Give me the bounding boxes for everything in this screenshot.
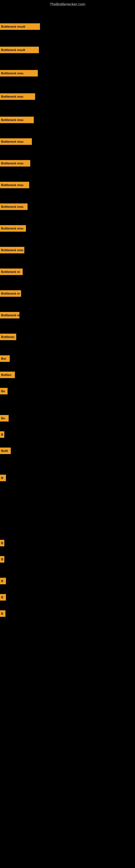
bottleneck-bar-20: B: [0, 431, 4, 438]
bar-row-16: Bot: [0, 355, 10, 362]
bar-row-19: Bo: [0, 414, 9, 422]
bottleneck-bar-15: Bottlenec: [0, 334, 16, 340]
bottleneck-bar-27: B: [0, 610, 5, 617]
bottleneck-bar-16: Bot: [0, 355, 10, 362]
bottleneck-bar-14: Bottleneck re: [0, 312, 19, 318]
bar-row-26: B: [0, 593, 6, 601]
bottleneck-bar-18: Bo: [0, 388, 8, 394]
bar-row-11: Bottleneck resu: [0, 246, 24, 254]
bottleneck-bar-13: Bottleneck re: [0, 290, 21, 297]
bottleneck-bar-11: Bottleneck resu: [0, 247, 24, 253]
bar-row-23: B: [0, 539, 4, 547]
bottleneck-bar-10: Bottleneck resu: [0, 225, 26, 231]
bar-row-10: Bottleneck resu: [0, 225, 26, 232]
bar-row-8: Bottleneck resu: [0, 181, 29, 189]
bottleneck-bar-6: Bottleneck resu: [0, 138, 32, 145]
bottleneck-bar-22: B: [0, 475, 6, 481]
bar-row-9: Bottleneck resu: [0, 203, 28, 211]
bottleneck-bar-3: Bottleneck resu: [0, 70, 38, 76]
bottleneck-bar-8: Bottleneck resu: [0, 182, 29, 188]
bottleneck-bar-25: B: [0, 578, 6, 584]
bar-row-27: B: [0, 610, 5, 617]
bar-row-4: Bottleneck resu: [0, 93, 35, 100]
bottleneck-bar-2: Bottleneck result: [0, 46, 39, 53]
bar-row-17: Bottlen: [0, 371, 15, 379]
bar-row-3: Bottleneck resu: [0, 69, 38, 77]
bottleneck-bar-24: B: [0, 556, 4, 563]
bar-row-20: B: [0, 431, 4, 438]
bar-row-5: Bottleneck resu: [0, 116, 34, 124]
bottleneck-bar-9: Bottleneck resu: [0, 204, 28, 210]
bar-row-2: Bottleneck result: [0, 46, 39, 54]
bottleneck-bar-5: Bottleneck resu: [0, 117, 34, 123]
site-title: TheBottlenecker.com: [0, 0, 135, 8]
bar-row-12: Bottleneck re: [0, 268, 23, 276]
bottleneck-bar-1: Bottleneck result: [0, 23, 40, 30]
bar-row-6: Bottleneck resu: [0, 138, 32, 145]
bottleneck-bar-17: Bottlen: [0, 372, 15, 378]
bottleneck-bar-7: Bottleneck resu: [0, 160, 30, 166]
bottleneck-bar-19: Bo: [0, 415, 9, 422]
bottleneck-bar-23: B: [0, 540, 4, 546]
bar-row-7: Bottleneck resu: [0, 159, 30, 167]
bar-row-1: Bottleneck result: [0, 23, 40, 30]
bar-row-18: Bo: [0, 388, 8, 395]
bar-row-21: Bottl: [0, 447, 11, 455]
bottleneck-bar-12: Bottleneck re: [0, 269, 23, 275]
bottleneck-bar-26: B: [0, 594, 6, 600]
bar-row-25: B: [0, 577, 6, 585]
bar-row-22: B: [0, 474, 6, 482]
bar-row-15: Bottlenec: [0, 333, 16, 341]
bottleneck-bar-4: Bottleneck resu: [0, 93, 35, 100]
bottleneck-bar-21: Bottl: [0, 447, 11, 454]
bar-row-24: B: [0, 556, 4, 563]
bar-row-13: Bottleneck re: [0, 290, 21, 297]
bar-row-14: Bottleneck re: [0, 311, 19, 319]
